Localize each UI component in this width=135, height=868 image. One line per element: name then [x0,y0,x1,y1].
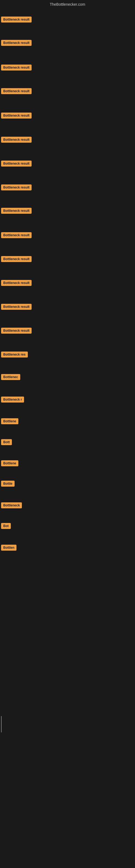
bottleneck-badge[interactable]: Bottleneck result [1,232,32,238]
bottleneck-item-15[interactable]: Bottleneck res [0,350,29,359]
bottleneck-badge[interactable]: Bottleneck res [1,351,28,358]
bottleneck-badge[interactable]: Bot [1,523,11,529]
bottleneck-item-6[interactable]: Bottleneck result [0,135,33,144]
bottleneck-badge[interactable]: Bottleneck result [1,208,32,214]
bottleneck-badge[interactable]: Bottleneck result [1,280,32,286]
bottleneck-item-3[interactable]: Bottleneck result [0,63,33,72]
bottleneck-item-1[interactable]: Bottleneck result [0,16,33,24]
bottleneck-badge[interactable]: Bott [1,439,12,445]
bottleneck-badge[interactable]: Bottleneck result [1,137,32,143]
bottleneck-item-7[interactable]: Bottleneck result [0,159,33,167]
bottleneck-badge[interactable]: Bottleneck result [1,65,32,70]
site-header: TheBottlenecker.com [0,0,135,8]
bottleneck-item-16[interactable]: Bottlenec [0,373,21,381]
bottleneck-item-18[interactable]: Bottlene [0,417,19,425]
cursor-line [1,716,2,733]
bottleneck-badge[interactable]: Bottleneck result [1,17,32,23]
bottleneck-item-24[interactable]: Bottlen [0,544,17,552]
bottleneck-badge[interactable]: Bottleneck r [1,397,24,403]
bottleneck-badge[interactable]: Bottleneck result [1,40,32,46]
bottleneck-badge[interactable]: Bottleneck result [1,113,32,119]
bottleneck-badge[interactable]: Bottlenec [1,374,20,380]
bottleneck-item-14[interactable]: Bottleneck result [0,327,33,335]
bottleneck-item-17[interactable]: Bottleneck r [0,396,25,404]
bottleneck-item-4[interactable]: Bottleneck result [0,87,33,95]
bottleneck-badge[interactable]: Bottleneck [1,502,22,508]
bottleneck-item-22[interactable]: Bottleneck [0,501,23,509]
site-title: TheBottlenecker.com [50,2,85,6]
bottleneck-item-12[interactable]: Bottleneck result [0,279,33,287]
bottleneck-badge[interactable]: Bottleneck result [1,88,32,94]
bottleneck-badge[interactable]: Bottlene [1,460,18,466]
bottleneck-item-5[interactable]: Bottleneck result [0,112,33,120]
bottleneck-item-11[interactable]: Bottleneck result [0,255,33,263]
bottleneck-badge[interactable]: Bottlene [1,418,18,424]
bottleneck-item-8[interactable]: Bottleneck result [0,183,33,191]
bottleneck-badge[interactable]: Bottleneck result [1,304,32,310]
bottleneck-badge[interactable]: Bottleneck result [1,184,32,190]
bottleneck-item-13[interactable]: Bottleneck result [0,303,33,311]
bottleneck-item-21[interactable]: Bottle [0,479,16,488]
bottleneck-badge[interactable]: Bottlen [1,545,16,551]
bottleneck-badge[interactable]: Bottle [1,480,14,487]
bottleneck-badge[interactable]: Bottleneck result [1,256,32,262]
bottleneck-badge[interactable]: Bottleneck result [1,328,32,334]
bottleneck-item-23[interactable]: Bot [0,522,12,530]
bottleneck-item-9[interactable]: Bottleneck result [0,207,33,215]
bottleneck-item-10[interactable]: Bottleneck result [0,231,33,239]
bottleneck-badge[interactable]: Bottleneck result [1,161,32,166]
bottleneck-item-2[interactable]: Bottleneck result [0,39,33,47]
bottleneck-item-19[interactable]: Bott [0,438,13,446]
bottleneck-item-20[interactable]: Bottlene [0,459,19,467]
